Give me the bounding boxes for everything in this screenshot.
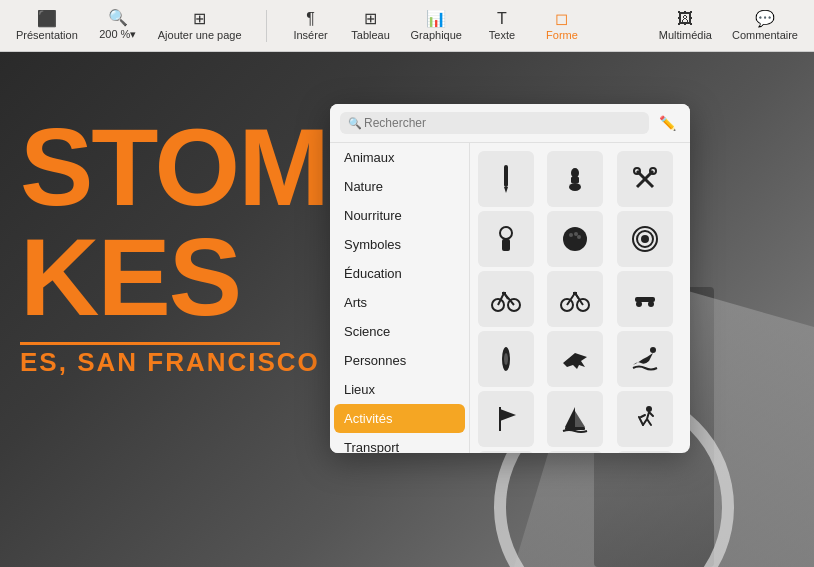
icon-target[interactable] [617, 211, 673, 267]
zoom-icon: 🔍 [108, 10, 128, 26]
icon-sailboat[interactable] [547, 391, 603, 447]
toolbar-media[interactable]: 🖼 Multimédia [659, 11, 712, 41]
presentation-icon: ⬛ [37, 11, 57, 27]
search-wrapper: 🔍 [340, 112, 649, 134]
toolbar-zoom[interactable]: 🔍 200 %▾ [98, 10, 138, 41]
search-icon: 🔍 [348, 117, 362, 130]
icon-bicycle[interactable] [478, 271, 534, 327]
toolbar-presentation[interactable]: ⬛ Présentation [16, 11, 78, 41]
svg-point-26 [648, 301, 654, 307]
icon-ufo[interactable] [478, 451, 534, 453]
shapes-popup: 🔍 ✏️ Animaux Nature Nourriture Symboles … [330, 104, 690, 453]
toolbar-add-page[interactable]: ⊞ Ajouter une page [158, 11, 242, 41]
comment-icon: 💬 [755, 11, 775, 27]
icon-airplane-small[interactable] [547, 331, 603, 387]
svg-point-2 [571, 168, 579, 178]
svg-point-12 [569, 233, 573, 237]
chart-icon: 📊 [426, 11, 446, 27]
svg-point-14 [577, 235, 581, 239]
toolbar-text[interactable]: T Texte [482, 11, 522, 41]
svg-marker-32 [565, 407, 575, 427]
popup-search-bar: 🔍 ✏️ [330, 104, 690, 143]
media-icon: 🖼 [677, 11, 693, 27]
popup-body: Animaux Nature Nourriture Symboles Éduca… [330, 143, 690, 453]
table-icon: ⊞ [364, 11, 377, 27]
toolbar-comment[interactable]: 💬 Commentaire [732, 11, 798, 41]
category-personnes[interactable]: Personnes [330, 346, 469, 375]
slide-text-sf: ES, SAN FRANCISCO [20, 347, 320, 378]
svg-point-25 [636, 301, 642, 307]
category-symboles[interactable]: Symboles [330, 230, 469, 259]
svg-point-17 [641, 235, 649, 243]
icon-hiker[interactable] [617, 391, 673, 447]
slide-text-stom: STOM [20, 112, 328, 222]
icon-skateboard[interactable] [617, 271, 673, 327]
icon-rollerblade2[interactable] [617, 451, 673, 453]
category-transport[interactable]: Transport [330, 433, 469, 453]
category-education[interactable]: Éducation [330, 259, 469, 288]
toolbar-separator-1 [266, 10, 267, 42]
svg-point-29 [650, 347, 656, 353]
icon-bowling-pin[interactable] [547, 151, 603, 207]
category-list: Animaux Nature Nourriture Symboles Éduca… [330, 143, 470, 453]
toolbar: ⬛ Présentation 🔍 200 %▾ ⊞ Ajouter une pa… [0, 0, 814, 52]
icon-surfboard[interactable] [478, 331, 534, 387]
svg-rect-10 [502, 239, 510, 251]
icon-flag[interactable] [478, 391, 534, 447]
svg-point-28 [504, 353, 508, 365]
search-input[interactable] [340, 112, 649, 134]
category-arts[interactable]: Arts [330, 288, 469, 317]
svg-rect-3 [571, 177, 579, 183]
category-lieux[interactable]: Lieux [330, 375, 469, 404]
icon-swimmer[interactable] [617, 331, 673, 387]
toolbar-right: 🖼 Multimédia 💬 Commentaire [659, 11, 798, 41]
svg-marker-31 [500, 409, 516, 421]
add-page-icon: ⊞ [193, 11, 206, 27]
svg-rect-0 [504, 165, 508, 187]
toolbar-table[interactable]: ⊞ Tableau [351, 11, 391, 41]
text-icon: T [497, 11, 507, 27]
svg-point-4 [569, 183, 581, 191]
svg-point-9 [500, 227, 512, 239]
icon-ping-pong[interactable] [478, 211, 534, 267]
category-activites[interactable]: Activités [334, 404, 465, 433]
pencil-button[interactable]: ✏️ [655, 113, 680, 133]
slide-underline [20, 342, 280, 345]
svg-point-13 [574, 232, 578, 236]
category-animaux[interactable]: Animaux [330, 143, 469, 172]
icon-bowling-ball[interactable] [547, 211, 603, 267]
category-nourriture[interactable]: Nourriture [330, 201, 469, 230]
insert-icon: ¶ [306, 11, 315, 27]
icon-bicycle2[interactable] [547, 271, 603, 327]
toolbar-insert[interactable]: ¶ Insérer [291, 11, 331, 41]
frame-icon: ◻ [555, 11, 568, 27]
svg-marker-33 [575, 411, 585, 427]
svg-marker-1 [504, 187, 508, 193]
svg-point-11 [563, 227, 587, 251]
toolbar-chart[interactable]: 📊 Graphique [411, 11, 462, 41]
icon-rollerblade[interactable] [547, 451, 603, 453]
icon-grid [470, 143, 690, 453]
canvas-area: STOM KES ES, SAN FRANCISCO 🔍 ✏️ Animaux … [0, 52, 814, 567]
category-science[interactable]: Science [330, 317, 469, 346]
svg-line-36 [639, 417, 643, 425]
slide-text-kes: KES [20, 222, 240, 332]
category-nature[interactable]: Nature [330, 172, 469, 201]
icon-knife[interactable] [478, 151, 534, 207]
icon-scissors[interactable] [617, 151, 673, 207]
toolbar-frame[interactable]: ◻ Forme [542, 11, 582, 41]
